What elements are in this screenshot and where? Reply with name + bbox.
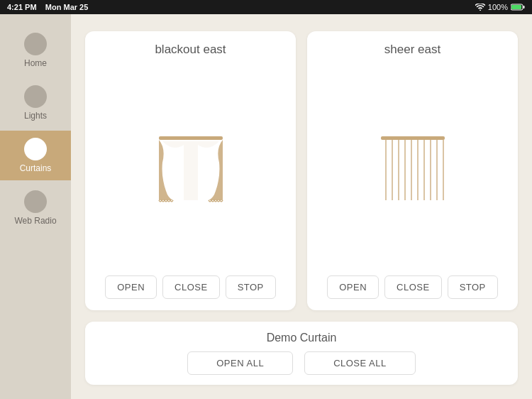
curtains-icon — [24, 138, 47, 160]
svg-rect-1 — [523, 6, 525, 9]
home-icon — [24, 33, 47, 55]
demo-close-all-button[interactable]: CLOSE ALL — [304, 351, 416, 375]
sidebar-item-home-label: Home — [24, 58, 47, 68]
sidebar-item-lights-label: Lights — [24, 111, 47, 121]
sheer-east-close-button[interactable]: CLOSE — [384, 275, 442, 299]
card-blackout-east-title: blackout east — [155, 43, 226, 57]
card-blackout-east-buttons: OPEN CLOSE STOP — [96, 275, 284, 299]
sidebar-item-webradio-label: Web Radio — [14, 216, 56, 226]
demo-open-all-button[interactable]: OPEN ALL — [187, 351, 293, 375]
battery-text: 100% — [488, 3, 508, 11]
blackout-curtain-illustration — [96, 65, 284, 267]
demo-curtain-bar: Demo Curtain OPEN ALL CLOSE ALL — [85, 322, 518, 385]
card-blackout-east: blackout east — [85, 31, 296, 310]
status-bar: 4:21 PM Mon Mar 25 100% — [0, 0, 532, 14]
svg-rect-4 — [381, 136, 445, 140]
status-time: 4:21 PM — [7, 3, 37, 11]
card-sheer-east-buttons: OPEN CLOSE STOP — [318, 275, 506, 299]
sidebar-item-curtains-label: Curtains — [20, 163, 52, 173]
sidebar: Home Lights Curtains Web Radio — [0, 14, 71, 399]
svg-rect-3 — [159, 136, 223, 140]
sheer-curtain-svg — [370, 124, 455, 209]
demo-curtain-buttons: OPEN ALL CLOSE ALL — [187, 351, 415, 375]
lights-icon — [24, 85, 47, 108]
cards-row: blackout east — [85, 31, 518, 310]
wifi-icon — [475, 4, 485, 11]
card-sheer-east: sheer east — [307, 31, 518, 310]
sheer-curtain-illustration — [318, 65, 506, 267]
status-time-date: 4:21 PM Mon Mar 25 — [7, 3, 88, 11]
status-date: Mon Mar 25 — [45, 3, 89, 11]
status-right: 100% — [475, 3, 525, 11]
card-sheer-east-title: sheer east — [384, 43, 440, 57]
main-content: blackout east — [71, 14, 532, 399]
sidebar-item-curtains[interactable]: Curtains — [0, 131, 71, 180]
sidebar-item-lights[interactable]: Lights — [0, 78, 71, 128]
blackout-east-stop-button[interactable]: STOP — [226, 275, 276, 299]
sheer-east-open-button[interactable]: OPEN — [327, 275, 379, 299]
blackout-east-open-button[interactable]: OPEN — [105, 275, 157, 299]
svg-rect-2 — [511, 5, 521, 9]
blackout-curtain-svg — [148, 124, 233, 209]
webradio-icon — [24, 190, 47, 213]
sidebar-item-home[interactable]: Home — [0, 26, 71, 75]
demo-curtain-title: Demo Curtain — [267, 332, 337, 344]
blackout-east-close-button[interactable]: CLOSE — [162, 275, 220, 299]
app-container: Home Lights Curtains Web Radio blackout … — [0, 14, 532, 399]
sheer-east-stop-button[interactable]: STOP — [448, 275, 498, 299]
battery-icon — [511, 4, 525, 11]
sidebar-item-webradio[interactable]: Web Radio — [0, 183, 71, 233]
